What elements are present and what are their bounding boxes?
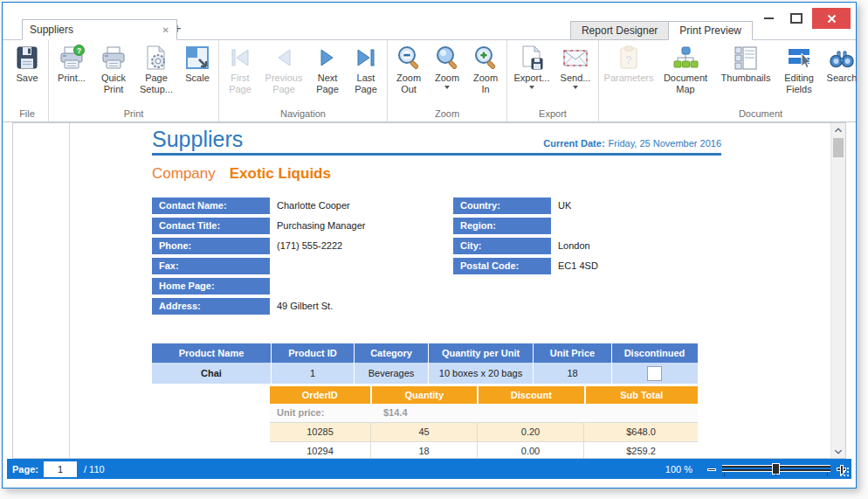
send-dropdown-arrow-icon[interactable] xyxy=(573,86,578,89)
zoom-out-button[interactable]: Zoom Out xyxy=(389,40,428,95)
report-date: Current Date:Friday, 25 November 2016 xyxy=(543,138,721,149)
last-page-icon xyxy=(352,44,380,72)
watermark-button[interactable]: Watermark xyxy=(863,40,868,84)
export-button[interactable]: Export... xyxy=(509,40,555,89)
zoom-percent: 100 % xyxy=(665,464,692,475)
document-tab-suppliers[interactable]: Suppliers ✕ xyxy=(22,19,177,40)
page-number-input[interactable] xyxy=(44,461,77,477)
contact-row: Address:49 Gilbert St. xyxy=(152,298,453,315)
ribbon-group-label-navigation: Navigation xyxy=(221,108,385,121)
scale-icon xyxy=(183,44,211,72)
zoom-out-slider-button[interactable] xyxy=(706,464,717,475)
ribbon-toolbar: Save File ? Print... Quick Print Page Se… xyxy=(3,40,856,122)
scale-button[interactable]: Scale xyxy=(178,40,217,84)
next-page-button[interactable]: Next Page xyxy=(308,40,347,95)
report-title: Suppliers xyxy=(152,127,543,151)
next-page-icon xyxy=(313,44,341,72)
save-icon xyxy=(13,44,41,72)
close-button[interactable] xyxy=(812,8,851,29)
page-label: Page: xyxy=(12,464,38,475)
ribbon-group-file: Save File xyxy=(6,40,49,121)
thumbnails-icon xyxy=(732,44,760,72)
contact-info: Contact Name:Charlotte Cooper Contact Ti… xyxy=(152,198,721,318)
search-button[interactable]: Search xyxy=(821,40,863,84)
ribbon-group-label-file: File xyxy=(8,108,46,121)
close-icon xyxy=(827,14,837,24)
maximize-button[interactable] xyxy=(784,8,809,29)
contact-row: Contact Name:Charlotte Cooper xyxy=(152,198,453,214)
editing-fields-button[interactable]: Editing Fields xyxy=(777,40,821,95)
minimize-icon xyxy=(764,17,774,19)
titlebar: Suppliers ✕ + Report Designer Print Prev… xyxy=(3,3,856,40)
export-dropdown-arrow-icon[interactable] xyxy=(529,86,534,89)
ribbon-group-label-print: Print xyxy=(51,108,217,121)
tab-report-designer[interactable]: Report Designer xyxy=(570,21,668,40)
report-date-value: Friday, 25 November 2016 xyxy=(609,138,721,149)
scrollbar-thumb[interactable] xyxy=(833,138,844,157)
title-rule xyxy=(152,153,721,156)
zoom-button[interactable]: Zoom xyxy=(428,40,466,89)
mode-tabs: Report Designer Print Preview xyxy=(570,21,753,40)
minus-icon xyxy=(707,468,716,471)
ribbon-group-print: ? Print... Quick Print Page Setup... Sca… xyxy=(49,40,219,121)
first-page-button: First Page xyxy=(221,40,259,95)
product-row: Chai 1 Beverages 10 boxes x 20 bags 18 xyxy=(152,363,698,384)
company-name: Exotic Liquids xyxy=(230,165,331,182)
report-date-label: Current Date: xyxy=(543,138,604,149)
order-table-header: OrderID Quantity Discount Sub Total xyxy=(270,386,698,404)
last-page-button[interactable]: Last Page xyxy=(347,40,385,95)
quick-print-icon xyxy=(100,44,127,72)
print-button[interactable]: ? Print... xyxy=(51,40,93,84)
svg-text:?: ? xyxy=(625,53,632,66)
parameters-icon: ? xyxy=(615,44,643,72)
document-map-icon xyxy=(672,44,699,72)
contact-row: Contact Title:Purchasing Manager xyxy=(152,218,453,234)
minimize-button[interactable] xyxy=(756,8,781,29)
zoom-icon xyxy=(433,44,461,72)
app-window: Suppliers ✕ + Report Designer Print Prev… xyxy=(2,2,857,489)
thumbnails-button[interactable]: Thumbnails xyxy=(714,40,777,84)
company-label: Company xyxy=(152,165,216,182)
ribbon-group-label-export: Export xyxy=(509,108,596,121)
zoom-dropdown-arrow-icon[interactable] xyxy=(444,86,450,89)
contact-row: Home Page: xyxy=(152,278,453,295)
vertical-scrollbar[interactable] xyxy=(830,123,845,458)
page-total: / 110 xyxy=(84,464,105,475)
slider-tick xyxy=(827,473,828,476)
save-button[interactable]: Save xyxy=(8,40,46,84)
ribbon-group-navigation: First Page Previous Page Next Page Last … xyxy=(219,40,388,121)
svg-text:?: ? xyxy=(77,46,82,55)
unit-price-label: Unit price: xyxy=(270,404,371,422)
resize-grip[interactable] xyxy=(840,468,849,476)
ribbon-group-label-zoom: Zoom xyxy=(389,108,505,121)
editing-fields-icon xyxy=(785,44,813,72)
scroll-up-button[interactable] xyxy=(831,123,845,136)
document-map-button[interactable]: Document Map xyxy=(657,40,714,95)
tab-print-preview[interactable]: Print Preview xyxy=(668,21,753,40)
discontinued-checkbox[interactable] xyxy=(647,366,662,381)
send-icon xyxy=(561,44,589,72)
send-button[interactable]: Send... xyxy=(555,40,596,89)
page-left-edge xyxy=(69,123,70,458)
scroll-down-icon xyxy=(834,449,843,454)
slider-tick xyxy=(775,473,776,476)
zoom-out-icon xyxy=(395,44,423,72)
parameters-button: ? Parameters xyxy=(601,40,657,84)
zoom-in-button[interactable]: Zoom In xyxy=(466,40,505,95)
contact-row: Region: xyxy=(453,218,721,234)
ribbon-group-zoom: Zoom Out Zoom Zoom In Zoom xyxy=(388,40,507,121)
page-setup-button[interactable]: Page Setup... xyxy=(134,40,178,95)
tab-close-icon[interactable]: ✕ xyxy=(162,25,169,35)
product-table: Product Name Product ID Category Quantit… xyxy=(152,343,698,384)
zoom-slider[interactable] xyxy=(722,463,830,475)
print-icon: ? xyxy=(58,44,86,72)
quick-print-button[interactable]: Quick Print xyxy=(93,40,134,95)
scroll-up-icon xyxy=(834,128,843,133)
company-line: CompanyExotic Liquids xyxy=(152,165,721,183)
maximize-icon xyxy=(790,13,803,24)
report-page: Suppliers Current Date:Friday, 25 Novemb… xyxy=(152,127,721,459)
unit-price-value: $14.4 xyxy=(371,404,408,422)
scroll-down-button[interactable] xyxy=(831,445,845,458)
ribbon-group-label-document: Document xyxy=(601,108,868,121)
ribbon-group-document: ? Parameters Document Map Thumbnails Edi… xyxy=(599,40,868,121)
